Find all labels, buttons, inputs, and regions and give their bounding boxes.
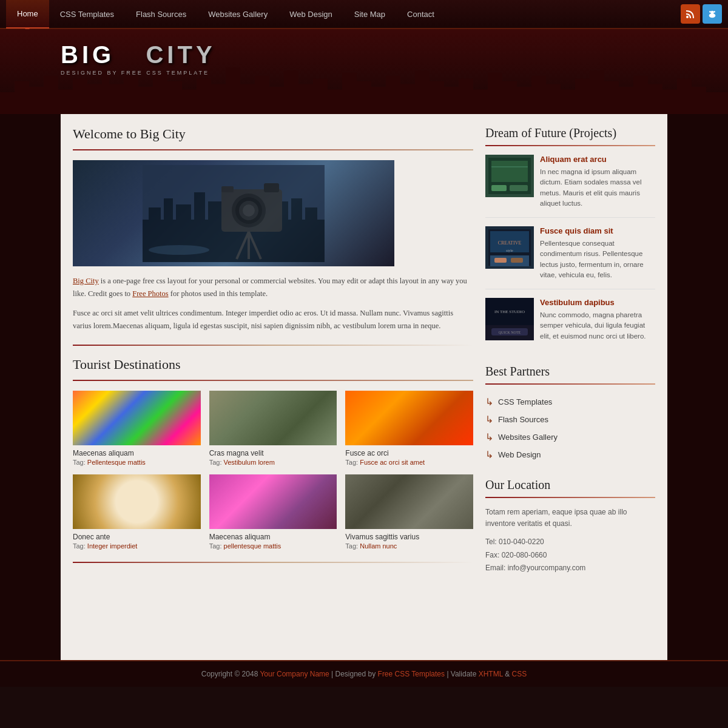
- main-wrapper: Welcome to Big City: [61, 114, 667, 660]
- tourist-thumb-1: [209, 391, 337, 445]
- partner-item-3[interactable]: ↳ Web Design: [485, 446, 655, 463]
- partners-divider: [485, 383, 655, 385]
- svg-text:style: style: [506, 249, 513, 252]
- partner-item-2[interactable]: ↳ Websites Gallery: [485, 428, 655, 446]
- project-item-1: CREATIVE style Fusce quis diam sit Pelle…: [485, 226, 655, 289]
- svg-text:IN THE STUDIO: IN THE STUDIO: [494, 309, 525, 314]
- nav-item-site-map[interactable]: Site Map: [343, 0, 396, 29]
- project-info-2: Vestibulum dapibus Nunc commodo, magna p…: [540, 298, 655, 342]
- svg-rect-24: [264, 183, 279, 192]
- content-divider-2: [73, 562, 473, 563]
- project-info-0: Aliquam erat arcu In nec magna id ipsum …: [540, 155, 655, 209]
- project-desc-0: In nec magna id ipsum aliquam dictum. Et…: [540, 167, 655, 209]
- partner-item-0[interactable]: ↳ CSS Templates: [485, 393, 655, 411]
- tourist-thumb-0: [73, 391, 201, 445]
- tourist-item-0: Maecenas aliquam Tag: Pellentesque matti…: [73, 391, 201, 466]
- partners-section: Best Partners ↳ CSS Templates ↳ Flash So…: [485, 365, 655, 463]
- svg-rect-42: [494, 258, 507, 263]
- projects-divider: [485, 145, 655, 146]
- tourist-tag-4: Tag: pellentesque mattis: [209, 542, 337, 550]
- tourist-tag-3: Tag: Integer imperdiet: [73, 542, 201, 550]
- partner-label-2: Websites Gallery: [498, 433, 558, 442]
- svg-rect-17: [291, 198, 302, 262]
- tourist-thumb-2: [345, 391, 473, 445]
- partner-label-0: CSS Templates: [498, 397, 552, 406]
- tourist-thumb-3: [73, 474, 201, 529]
- partner-label-3: Web Design: [498, 450, 541, 459]
- free-photos-link[interactable]: Free Photos: [132, 289, 168, 298]
- project-item-2: IN THE STUDIO QUICK NOTE Vestibulum dapi…: [485, 298, 655, 350]
- location-section: Our Location Totam rem aperiam, eaque ip…: [485, 478, 655, 575]
- project-info-1: Fusce quis diam sit Pellentesque consequ…: [540, 226, 655, 280]
- footer-designed-by: | Designed by: [329, 670, 378, 678]
- tourist-divider: [73, 380, 473, 381]
- contact-tel: Tel: 010-040-0220: [485, 536, 655, 549]
- svg-rect-33: [491, 185, 507, 191]
- tourist-tag-5: Tag: Nullam nunc: [345, 542, 473, 550]
- footer-css[interactable]: CSS: [512, 670, 527, 678]
- welcome-section: Welcome to Big City: [73, 126, 473, 332]
- footer-xhtml[interactable]: XHTML: [479, 670, 503, 678]
- tourist-name-1: Cras magna velit: [209, 449, 337, 457]
- rss-icon[interactable]: [681, 4, 700, 24]
- logo-text: BIG CITY: [61, 41, 216, 69]
- footer-company-name[interactable]: Your Company Name: [260, 670, 329, 678]
- svg-text:CREATIVE: CREATIVE: [498, 240, 522, 246]
- tourist-section: Tourist Destinations Maecenas aliquam Ta…: [73, 357, 473, 550]
- nav-item-websites-gallery[interactable]: Websites Gallery: [197, 0, 278, 29]
- svg-point-29: [149, 245, 209, 255]
- logo-sub: DESIGNED BY FREE CSS TEMPLATE: [61, 70, 216, 76]
- location-desc: Totam rem aperiam, eaque ipsa quae ab il…: [485, 507, 655, 530]
- tourist-tag-2: Tag: Fusce ac orci sit amet: [345, 459, 473, 466]
- tourist-name-5: Vivamus sagittis varius: [345, 533, 473, 541]
- main-image: [73, 160, 394, 266]
- tourist-grid: Maecenas aliquam Tag: Pellentesque matti…: [73, 391, 473, 550]
- svg-point-23: [243, 204, 255, 217]
- welcome-divider: [73, 149, 473, 150]
- nav-item-css-templates[interactable]: CSS Templates: [49, 0, 125, 29]
- tourist-name-3: Donec ante: [73, 533, 201, 541]
- footer-amp: &: [503, 670, 512, 678]
- svg-rect-43: [511, 258, 523, 263]
- project-title-2[interactable]: Vestibulum dapibus: [540, 298, 655, 307]
- svg-rect-18: [305, 207, 317, 262]
- project-desc-2: Nunc commodo, magna pharetra semper vehi…: [540, 310, 655, 342]
- project-item-0: Aliquam erat arcu In nec magna id ipsum …: [485, 155, 655, 218]
- svg-rect-25: [221, 186, 234, 192]
- location-title: Our Location: [485, 478, 655, 492]
- project-thumb-2: IN THE STUDIO QUICK NOTE: [485, 298, 534, 340]
- welcome-title: Welcome to Big City: [73, 126, 473, 142]
- svg-point-4: [713, 11, 715, 13]
- project-thumb-1: CREATIVE style: [485, 226, 534, 269]
- welcome-para2: Fusce ac orci sit amet velit ultrices co…: [73, 307, 473, 333]
- partner-item-1[interactable]: ↳ Flash Sources: [485, 411, 655, 428]
- logo-area: BIG CITY DESIGNED BY FREE CSS TEMPLATE: [61, 41, 216, 76]
- nav-item-flash-sources[interactable]: Flash Sources: [125, 0, 197, 29]
- tourist-title: Tourist Destinations: [73, 357, 473, 372]
- partner-icon-2: ↳: [485, 431, 493, 443]
- nav-item-web-design[interactable]: Web Design: [278, 0, 343, 29]
- project-title-1[interactable]: Fusce quis diam sit: [540, 226, 655, 235]
- nav-icons: [681, 4, 722, 24]
- project-title-0[interactable]: Aliquam erat arcu: [540, 155, 655, 164]
- nav-links: Home CSS Templates Flash Sources Website…: [6, 0, 445, 29]
- content-divider-1: [73, 345, 473, 346]
- tourist-name-0: Maecenas aliquam: [73, 449, 201, 457]
- twitter-icon[interactable]: [703, 4, 722, 24]
- project-thumb-0: [485, 155, 534, 197]
- nav-item-contact[interactable]: Contact: [396, 0, 445, 29]
- footer-designer[interactable]: Free CSS Templates: [378, 670, 445, 678]
- partner-list: ↳ CSS Templates ↳ Flash Sources ↳ Websit…: [485, 393, 655, 463]
- nav-item-home[interactable]: Home: [6, 0, 49, 29]
- projects-title: Dream of Future (Projects): [485, 126, 655, 140]
- partner-icon-1: ↳: [485, 414, 493, 425]
- svg-rect-32: [491, 161, 528, 182]
- partner-icon-0: ↳: [485, 396, 493, 408]
- tourist-name-4: Maecenas aliquam: [209, 533, 337, 541]
- location-divider: [485, 497, 655, 498]
- projects-section: Dream of Future (Projects): [485, 126, 655, 350]
- footer: Copyright © 2048 Your Company Name | Des…: [0, 660, 728, 687]
- tourist-thumb-5: [345, 474, 473, 529]
- big-city-link[interactable]: Big City: [73, 277, 99, 285]
- tourist-tag-0: Tag: Pellentesque mattis: [73, 459, 201, 466]
